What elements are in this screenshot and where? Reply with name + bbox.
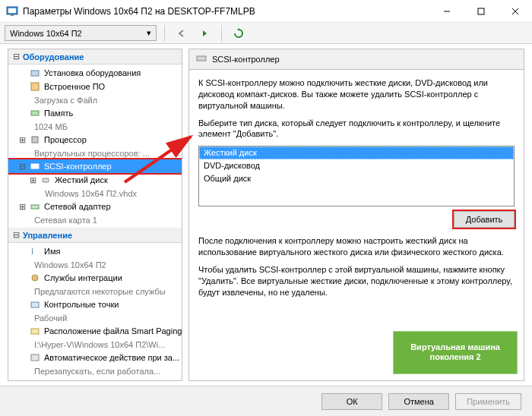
svg-rect-9 — [31, 111, 39, 115]
cancel-button[interactable]: Отмена — [388, 393, 449, 410]
ok-button[interactable]: ОК — [321, 393, 382, 410]
cpu-item[interactable]: ⊞Процессор — [8, 133, 182, 147]
overlay-line-1: Виртуальная машина — [410, 342, 500, 353]
svg-rect-18 — [31, 355, 39, 361]
svg-rect-13 — [31, 205, 39, 209]
section-title: Управление — [23, 231, 72, 240]
description-text-3: После подключения к контроллеру можно на… — [198, 235, 515, 258]
hard-disk-item[interactable]: ⊞Жесткий диск — [8, 173, 182, 187]
panel-header: SCSI-контроллер — [188, 49, 524, 69]
separator — [221, 25, 222, 42]
memory-icon — [29, 107, 41, 119]
integration-services-detail: Предлагаются некоторые службы — [8, 285, 182, 298]
separator — [164, 25, 165, 42]
section-title: Оборудование — [23, 52, 84, 61]
app-icon — [6, 5, 18, 17]
refresh-button[interactable] — [230, 24, 248, 43]
list-item-dvd[interactable]: DVD-дисковод — [199, 159, 514, 172]
scsi-icon — [195, 52, 207, 66]
svg-text:I: I — [31, 247, 33, 256]
vm-selector-dropdown[interactable]: Windows 10x64 П2 ▾ — [5, 25, 157, 41]
management-tree: IИмя Windows 10x64 П2 Службы интеграции … — [8, 243, 182, 381]
list-item-shared[interactable]: Общий диск — [199, 172, 514, 185]
checkpoints-detail: Рабочий — [8, 311, 182, 324]
chevron-down-icon: ▾ — [147, 28, 151, 38]
svg-rect-2 — [11, 14, 14, 16]
auto-start-item[interactable]: Автоматическое действие при за... — [8, 351, 182, 364]
expand-icon: ⊞ — [19, 202, 26, 212]
svg-rect-11 — [31, 164, 39, 169]
settings-tree: ⊟ Оборудование Установка оборудования Вс… — [8, 49, 182, 381]
network-adapter-detail: Сетевая карта 1 — [8, 213, 182, 226]
name-icon: I — [29, 245, 41, 257]
integration-services-item[interactable]: Службы интеграции — [8, 271, 182, 285]
maximize-button[interactable] — [464, 0, 498, 22]
disk-type-list[interactable]: Жесткий диск DVD-дисковод Общий диск — [198, 146, 515, 206]
window-buttons — [429, 0, 532, 22]
hardware-tree: Установка оборудования Встроенное ПО Заг… — [8, 65, 182, 228]
svg-rect-16 — [31, 302, 39, 307]
add-button-row: Добавить — [198, 211, 515, 228]
cpu-detail: Виртуальных процессоров: ... — [8, 147, 182, 159]
annotation-overlay: Виртуальная машина поколения 2 — [393, 331, 518, 375]
description-text-2: Выберите тип диска, который следует подк… — [198, 118, 515, 140]
panel-title: SCSI-контроллер — [212, 55, 280, 64]
svg-rect-12 — [43, 178, 49, 182]
checkpoints-item[interactable]: Контрольные точки — [8, 298, 182, 311]
disk-icon — [40, 174, 52, 186]
scsi-icon — [29, 160, 41, 172]
description-text-1: К SCSI-контроллеру можно подключить жест… — [198, 77, 515, 112]
checkpoint-icon — [29, 298, 41, 310]
overlay-line-2: поколения 2 — [410, 352, 500, 363]
smart-paging-detail: I:\Hyper-V\Windows 10x64 П2\Wi... — [8, 338, 182, 351]
vm-selector-value: Windows 10x64 П2 — [10, 29, 82, 38]
close-button[interactable] — [498, 0, 532, 22]
forward-button[interactable] — [195, 24, 214, 43]
add-hardware-icon — [29, 67, 41, 79]
name-item[interactable]: IИмя — [8, 244, 182, 258]
cpu-icon — [29, 134, 41, 146]
svg-rect-10 — [32, 137, 38, 143]
svg-rect-4 — [478, 8, 484, 14]
auto-start-detail: Перезапускать, если работала... — [8, 364, 182, 377]
window-title: Параметры Windows 10x64 П2 на DESKTOP-FF… — [23, 6, 429, 17]
auto-stop-item[interactable]: Автоматическое действие при за... — [8, 377, 182, 381]
detail-panel: SCSI-контроллер К SCSI-контроллеру можно… — [188, 49, 524, 381]
scsi-controller-item[interactable]: ⊟SCSI-контроллер — [8, 159, 182, 173]
svg-rect-20 — [197, 56, 206, 61]
list-item-hdd[interactable]: Жесткий диск — [199, 147, 514, 159]
apply-button[interactable]: Применить — [455, 393, 521, 410]
titlebar: Параметры Windows 10x64 П2 на DESKTOP-FF… — [0, 0, 532, 23]
memory-detail: 1024 МБ — [8, 120, 182, 133]
collapse-icon: ⊟ — [19, 162, 26, 172]
expand-icon: ⊞ — [30, 175, 36, 185]
dialog-footer: ОК Отмена Применить — [0, 386, 532, 416]
add-button[interactable]: Добавить — [454, 211, 515, 228]
autostop-icon — [29, 378, 41, 381]
hardware-section-header[interactable]: ⊟ Оборудование — [8, 49, 182, 65]
collapse-icon: ⊟ — [13, 230, 20, 240]
bios-icon — [29, 80, 41, 93]
back-button[interactable] — [173, 24, 191, 43]
smart-paging-item[interactable]: Расположение файла Smart Paging — [8, 324, 182, 338]
network-adapter-item[interactable]: ⊞Сетевой адаптер — [8, 200, 182, 213]
svg-rect-7 — [31, 71, 39, 76]
minimize-button[interactable] — [429, 0, 464, 22]
autostart-icon — [29, 351, 41, 364]
memory-item[interactable]: Память — [8, 106, 182, 120]
content-area: ⊟ Оборудование Установка оборудования Вс… — [0, 44, 532, 386]
services-icon — [29, 272, 41, 284]
add-hardware-item[interactable]: Установка оборудования — [8, 66, 182, 80]
expand-icon: ⊞ — [19, 135, 26, 145]
management-section-header[interactable]: ⊟ Управление — [8, 228, 182, 243]
firmware-detail: Загрузка с Файл — [8, 93, 182, 106]
name-detail: Windows 10x64 П2 — [8, 258, 182, 271]
svg-rect-17 — [31, 329, 39, 334]
svg-rect-1 — [8, 8, 16, 13]
panel-body: К SCSI-контроллеру можно подключить жест… — [188, 69, 524, 381]
description-text-4: Чтобы удалить SCSI-контроллер с этой вир… — [198, 264, 515, 298]
hard-disk-detail: Windows 10x64 П2.vhdx — [8, 187, 182, 200]
firmware-item[interactable]: Встроенное ПО — [8, 80, 182, 93]
network-icon — [29, 200, 41, 213]
svg-point-15 — [32, 275, 38, 281]
